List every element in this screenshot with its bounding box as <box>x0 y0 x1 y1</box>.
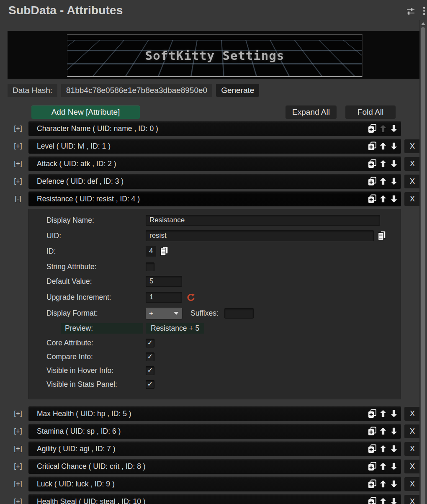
row-actions <box>367 460 399 472</box>
attribute-header-bar[interactable]: Stamina ( UID: sp , ID: 6 ) <box>28 424 401 439</box>
move-up-button[interactable] <box>378 496 388 504</box>
move-up-button[interactable] <box>378 460 388 472</box>
duplicate-button[interactable] <box>367 443 378 455</box>
duplicate-button[interactable] <box>367 175 378 187</box>
scroll-up-arrow-icon[interactable] <box>421 22 425 25</box>
display-format-selected: + <box>149 309 153 318</box>
attribute-header-bar[interactable]: Attack ( UID: atk , ID: 2 ) <box>28 156 401 171</box>
attribute-header-bar[interactable]: Max Health ( UID: hp , ID: 5 ) <box>28 406 401 421</box>
move-down-button[interactable] <box>388 496 399 504</box>
core-attribute-checkbox[interactable]: ✓ <box>146 339 154 347</box>
delete-button[interactable]: X <box>404 495 420 504</box>
row-actions <box>367 175 399 187</box>
move-up-button[interactable] <box>378 425 388 437</box>
visible-in-hover-info-label: Visible in Hover Info: <box>46 366 146 375</box>
fold-toggle[interactable]: [+] <box>8 406 28 421</box>
attribute-header-bar[interactable]: Defence ( UID: def , ID: 3 ) <box>28 174 401 189</box>
attribute-header-bar[interactable]: Agility ( UID: agi , ID: 7 ) <box>28 441 401 456</box>
move-down-button[interactable] <box>388 158 399 170</box>
move-down-button[interactable] <box>388 175 399 187</box>
fold-toggle[interactable]: [+] <box>8 156 28 171</box>
delete-button[interactable]: X <box>404 175 420 188</box>
delete-button[interactable]: X <box>404 157 420 171</box>
fold-toggle[interactable]: [+] <box>8 459 28 474</box>
move-down-button[interactable] <box>388 123 399 134</box>
move-up-button[interactable] <box>378 408 388 419</box>
delete-button[interactable]: X <box>404 460 420 473</box>
move-up-button[interactable] <box>378 175 388 187</box>
delete-column: X <box>401 174 420 189</box>
fold-toggle[interactable]: [+] <box>8 476 28 491</box>
move-up-button[interactable] <box>378 478 388 490</box>
duplicate-button[interactable] <box>367 425 378 437</box>
fold-toggle[interactable]: [-] <box>8 191 28 206</box>
fold-toggle[interactable]: [+] <box>8 494 28 504</box>
duplicate-button[interactable] <box>367 460 378 472</box>
move-up-button[interactable] <box>378 140 388 152</box>
data-hash-value: 81bb4c78e0586e1e7b8ea3dbae8950e0 <box>61 84 212 97</box>
copy-id-icon[interactable] <box>159 246 169 257</box>
uid-input[interactable]: resist <box>146 230 374 241</box>
row-actions <box>367 140 399 152</box>
attribute-row-label: Defence ( UID: def , ID: 3 ) <box>37 177 367 186</box>
fold-toggle[interactable]: [+] <box>8 121 28 136</box>
move-up-button[interactable] <box>378 443 388 455</box>
move-down-button[interactable] <box>388 140 399 152</box>
preview-row: Preview: Resistance + 5 <box>61 323 401 334</box>
vertical-scrollbar[interactable] <box>419 20 427 504</box>
string-attribute-checkbox[interactable]: ✓ <box>146 262 154 271</box>
duplicate-button[interactable] <box>367 158 378 170</box>
copy-uid-icon[interactable] <box>377 230 386 241</box>
refresh-icon[interactable] <box>186 293 195 302</box>
delete-button[interactable]: X <box>404 192 420 206</box>
duplicate-button[interactable] <box>367 478 378 490</box>
move-up-button[interactable] <box>378 158 388 170</box>
display-format-dropdown[interactable]: + <box>146 308 182 319</box>
add-new-attribute-button[interactable]: Add New [Attribute] <box>31 105 140 119</box>
attribute-header-bar[interactable]: Critical Chance ( UID: crit , ID: 8 ) <box>28 459 401 474</box>
scrollbar-thumb[interactable] <box>421 27 425 504</box>
visible-in-hover-info-checkbox[interactable]: ✓ <box>146 366 154 375</box>
fold-toggle[interactable]: [+] <box>8 424 28 439</box>
move-up-button[interactable] <box>378 123 388 134</box>
move-down-button[interactable] <box>388 460 399 472</box>
move-down-button[interactable] <box>388 478 399 490</box>
duplicate-button[interactable] <box>367 123 378 134</box>
display-name-input[interactable]: Resistance <box>146 215 380 226</box>
move-down-button[interactable] <box>388 193 399 205</box>
duplicate-button[interactable] <box>367 193 378 205</box>
presets-sliders-icon[interactable] <box>406 7 415 16</box>
duplicate-button[interactable] <box>367 408 378 419</box>
fold-toggle[interactable]: [+] <box>8 441 28 456</box>
generate-button[interactable]: Generate <box>216 84 259 97</box>
delete-button[interactable]: X <box>404 424 420 438</box>
default-value-input[interactable]: 5 <box>146 276 182 287</box>
move-up-button[interactable] <box>378 193 388 205</box>
kebab-menu-icon[interactable] <box>423 7 425 15</box>
fold-toggle[interactable]: [+] <box>8 174 28 189</box>
expand-all-button[interactable]: Expand All <box>286 105 337 119</box>
duplicate-button[interactable] <box>367 140 378 152</box>
compare-info-checkbox[interactable]: ✓ <box>146 352 154 361</box>
attribute-header-bar[interactable]: Health Steal ( UID: steal , ID: 10 ) <box>28 494 401 504</box>
string-attribute-label: String Attribute: <box>46 262 146 271</box>
data-hash-row: Data Hash: 81bb4c78e0586e1e7b8ea3dbae895… <box>8 84 259 97</box>
delete-button[interactable]: X <box>404 139 420 153</box>
upgrade-increment-input[interactable]: 1 <box>146 292 182 303</box>
delete-button[interactable]: X <box>404 442 420 456</box>
delete-button[interactable]: X <box>404 407 420 421</box>
fold-all-button[interactable]: Fold All <box>345 105 396 119</box>
uid-label: UID: <box>46 231 146 240</box>
fold-toggle[interactable]: [+] <box>8 139 28 154</box>
duplicate-button[interactable] <box>367 496 378 504</box>
attribute-header-bar[interactable]: Luck ( UID: luck , ID: 9 ) <box>28 476 401 491</box>
move-down-button[interactable] <box>388 425 399 437</box>
attribute-header-bar[interactable]: Character Name ( UID: name , ID: 0 ) <box>28 121 401 136</box>
delete-button[interactable]: X <box>404 477 420 491</box>
attribute-header-bar[interactable]: Resistance ( UID: resist , ID: 4 ) <box>28 191 401 206</box>
attribute-header-bar[interactable]: Level ( UID: lvl , ID: 1 ) <box>28 139 401 154</box>
move-down-button[interactable] <box>388 443 399 455</box>
move-down-button[interactable] <box>388 408 399 419</box>
suffixes-input[interactable] <box>224 308 254 319</box>
visible-in-stats-panel-checkbox[interactable]: ✓ <box>146 380 154 389</box>
